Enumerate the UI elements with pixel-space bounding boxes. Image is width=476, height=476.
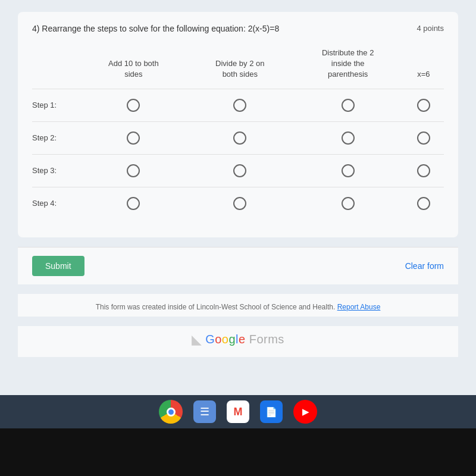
col-header-add10: Add 10 to bothsides xyxy=(80,45,187,89)
question-number: 4) xyxy=(32,24,39,33)
row-label-step3: Step 3: xyxy=(32,154,80,187)
radio-step1-add10[interactable] xyxy=(127,99,140,112)
radio-table: Add 10 to bothsides Divide by 2 onboth s… xyxy=(32,45,444,220)
bottom-strip xyxy=(0,428,476,476)
docs-icon[interactable]: 📄 xyxy=(260,400,283,423)
radio-step4-distribute[interactable] xyxy=(342,197,355,210)
question-text: 4) Rearrange the steps to solve for the … xyxy=(32,24,279,33)
points-label: 4 points xyxy=(416,24,444,33)
col-header-empty xyxy=(32,45,80,89)
col-header-divide2: Divide by 2 onboth sides xyxy=(187,45,293,89)
cell-step2-add10 xyxy=(80,121,187,154)
cell-step2-xeq6 xyxy=(403,121,444,154)
row-label-step4: Step 4: xyxy=(32,187,80,220)
table-row: Step 1: xyxy=(32,89,444,121)
youtube-icon[interactable]: ▶ xyxy=(293,400,317,424)
question-header: 4) Rearrange the steps to solve for the … xyxy=(32,24,444,33)
row-label-step2: Step 2: xyxy=(32,121,80,154)
col-header-xeq6: x=6 xyxy=(403,45,444,89)
radio-step2-divide2[interactable] xyxy=(233,131,246,145)
radio-step4-xeq6[interactable] xyxy=(417,197,430,210)
radio-step1-divide2[interactable] xyxy=(233,99,246,112)
cell-step3-distribute xyxy=(293,154,403,187)
submit-button[interactable]: Submit xyxy=(32,256,84,276)
form-info-text: This form was created inside of Lincoln-… xyxy=(96,303,381,311)
google-forms-branding: ◣ Google Forms xyxy=(18,326,458,357)
row-label-step1: Step 1: xyxy=(32,89,80,121)
radio-step3-add10[interactable] xyxy=(127,164,140,177)
clear-form-link[interactable]: Clear form xyxy=(405,261,444,271)
cell-step4-xeq6 xyxy=(403,187,444,220)
cell-step1-add10 xyxy=(80,89,187,121)
radio-step4-add10[interactable] xyxy=(127,197,140,210)
google-forms-text: Google Forms xyxy=(205,333,284,346)
col-header-distribute: Distribute the 2inside theparenthesis xyxy=(293,45,403,89)
radio-step1-xeq6[interactable] xyxy=(417,99,430,112)
cell-step4-divide2 xyxy=(187,187,293,220)
cell-step3-xeq6 xyxy=(403,154,444,187)
gmail-icon[interactable]: M xyxy=(227,400,249,423)
cell-step1-xeq6 xyxy=(403,89,444,121)
radio-step3-distribute[interactable] xyxy=(342,164,355,177)
table-row: Step 3: xyxy=(32,154,444,187)
radio-step3-xeq6[interactable] xyxy=(417,164,430,177)
cell-step2-distribute xyxy=(293,121,403,154)
radio-step3-divide2[interactable] xyxy=(233,164,246,177)
form-created-text: This form was created inside of Lincoln-… xyxy=(96,303,336,311)
question-body: Rearrange the steps to solve for the fol… xyxy=(42,24,279,33)
cell-step4-add10 xyxy=(80,187,187,220)
table-header-row: Add 10 to bothsides Divide by 2 onboth s… xyxy=(32,45,444,89)
forms-page-icon: ◣ xyxy=(192,332,202,347)
taskbar: ☰ M 📄 ▶ xyxy=(0,395,476,428)
question-card: 4) Rearrange the steps to solve for the … xyxy=(18,12,458,237)
radio-step4-divide2[interactable] xyxy=(233,197,246,210)
report-abuse-link[interactable]: Report Abuse xyxy=(337,303,381,311)
radio-step2-add10[interactable] xyxy=(127,131,140,145)
cell-step1-distribute xyxy=(293,89,403,121)
chrome-icon[interactable] xyxy=(159,400,183,424)
form-footer: Submit Clear form xyxy=(18,247,458,284)
table-row: Step 4: xyxy=(32,187,444,220)
cell-step2-divide2 xyxy=(187,121,293,154)
cell-step3-add10 xyxy=(80,154,187,187)
radio-step2-distribute[interactable] xyxy=(342,131,355,145)
content-area: 4) Rearrange the steps to solve for the … xyxy=(0,0,476,395)
radio-step2-xeq6[interactable] xyxy=(417,131,430,145)
files-app-icon[interactable]: ☰ xyxy=(193,400,216,423)
table-row: Step 2: xyxy=(32,121,444,154)
cell-step1-divide2 xyxy=(187,89,293,121)
screen: 4) Rearrange the steps to solve for the … xyxy=(0,0,476,476)
cell-step4-distribute xyxy=(293,187,403,220)
cell-step3-divide2 xyxy=(187,154,293,187)
radio-step1-distribute[interactable] xyxy=(342,99,355,112)
form-info: This form was created inside of Lincoln-… xyxy=(18,294,458,317)
